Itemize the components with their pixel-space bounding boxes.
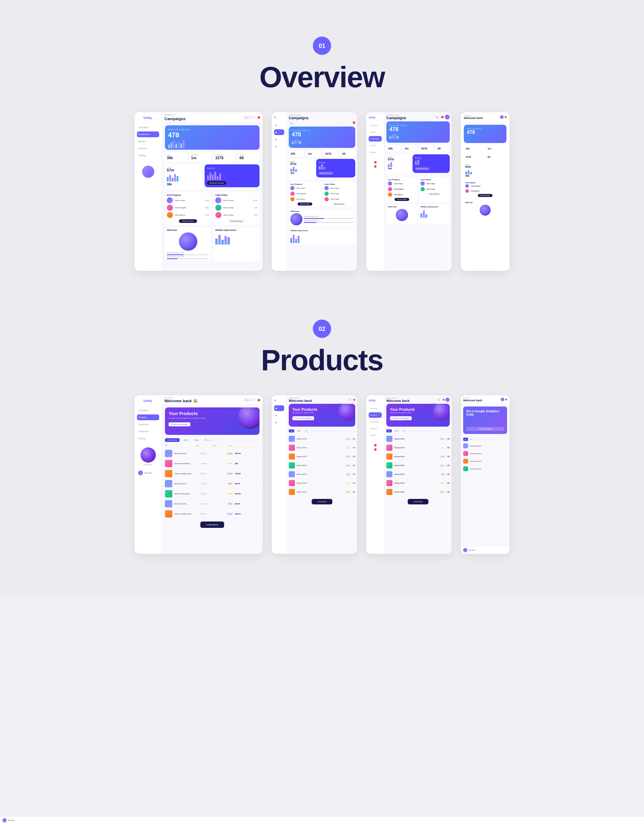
withdraw-btn-1[interactable]: Withdraw Earning bbox=[207, 181, 226, 185]
stat-1m-m: 1m bbox=[486, 146, 506, 152]
sidebar-item-4-3[interactable]: Finance bbox=[369, 143, 382, 148]
mobile-discover-btn[interactable]: Discover More bbox=[478, 194, 492, 197]
banner-btn-2[interactable]: Check all settings bbox=[292, 416, 314, 420]
row-status-2: Draw bbox=[227, 462, 233, 465]
overview-screen-1-layout: Unity. Campaigns Dashboards Reports Audi… bbox=[134, 112, 263, 271]
filter-filter-3[interactable]: Filter bbox=[393, 429, 400, 432]
sidebar-item-5-3[interactable]: Settings bbox=[369, 149, 382, 155]
search-p3[interactable]: 🔍 bbox=[437, 398, 442, 402]
sidebar-item-reports-1[interactable]: Reports bbox=[137, 138, 159, 144]
search-placeholder-1: Search bbox=[248, 117, 254, 118]
sale-text-3: Unity Comps bbox=[223, 214, 252, 216]
filter-filter-2[interactable]: Filter bbox=[295, 429, 303, 432]
product-banner-btn-1[interactable]: Check all settings bbox=[169, 422, 190, 426]
discover-btn-2[interactable]: Discover More bbox=[298, 203, 312, 206]
p2-badge-2: Draw bbox=[346, 446, 350, 449]
sidebar-item-2-2[interactable]: ◼ bbox=[274, 129, 284, 135]
discover-more-btn-1[interactable]: Discover More bbox=[179, 219, 197, 223]
p2-thumb-2 bbox=[289, 444, 295, 451]
show-all-btn-2[interactable]: Show All Input bbox=[332, 203, 346, 206]
p3-badge-2: Draw bbox=[440, 446, 445, 449]
sidebar-item-1-2[interactable]: ◼ bbox=[274, 122, 284, 128]
filter-date-btn-1[interactable]: Date bbox=[192, 438, 201, 442]
search-p2[interactable]: 🔍 bbox=[304, 429, 355, 433]
search-box-1[interactable]: 🔍 Search bbox=[243, 115, 256, 120]
p3-row-6: Abstract 3D Kit Yellow $28 bbox=[386, 479, 450, 487]
show-all-btn-3[interactable]: Show All Input bbox=[427, 192, 441, 195]
p3-badge-7: Active bbox=[440, 491, 446, 493]
ps2-item-1[interactable]: ◼ bbox=[274, 412, 284, 418]
mobile-filter-all[interactable]: All bbox=[463, 438, 468, 441]
sale-avatar-1 bbox=[215, 197, 221, 203]
products-search-2[interactable]: 🔍 Search bbox=[203, 438, 260, 442]
goal-progress-1 bbox=[167, 254, 209, 255]
list-av-2-3 bbox=[388, 187, 392, 191]
ps2-item-products[interactable]: ◼ bbox=[274, 405, 284, 411]
withdraw-btn-2[interactable]: Withdraw Earning bbox=[319, 172, 333, 175]
overview-screens-row: Unity. Campaigns Dashboards Reports Audi… bbox=[0, 112, 644, 271]
p3-price-6: $28 bbox=[447, 482, 450, 484]
ps-item-settings[interactable]: Settings bbox=[137, 435, 159, 441]
show-all-btn-1[interactable]: Show All Input bbox=[227, 219, 245, 223]
icon-item-unity-1: Unity Comps 80% bbox=[167, 197, 209, 203]
overview-badge: 01 bbox=[313, 37, 331, 55]
search-3[interactable]: 🔍 bbox=[434, 115, 440, 119]
sidebar-item-4-2[interactable]: ◼ bbox=[274, 143, 284, 149]
list-avatar-2-2 bbox=[290, 192, 295, 196]
products-search-box-2[interactable]: 🔍 bbox=[347, 398, 352, 402]
withdraw-btn-3[interactable]: Withdraw Earning bbox=[415, 167, 429, 170]
sidebar-item-3-2[interactable]: ◼ bbox=[274, 136, 284, 142]
discover-btn-3[interactable]: Discover More bbox=[395, 198, 409, 201]
filter-all-btn-1[interactable]: All Products bbox=[165, 438, 180, 442]
p2-price-1: $65 bbox=[353, 438, 355, 440]
ps-item-downloads[interactable]: Downloads bbox=[137, 421, 159, 427]
notif-p2 bbox=[354, 399, 355, 401]
goal-label-3: 2020 Goal bbox=[388, 206, 416, 208]
filter-filter-btn-1[interactable]: Filter bbox=[181, 438, 190, 442]
ps3-item-4[interactable]: Analytics bbox=[369, 426, 382, 431]
mobile-user-name-p: Tom Tran bbox=[469, 549, 475, 551]
ps-item-campaigns[interactable]: Campaigns bbox=[137, 407, 159, 413]
income-chart-2 bbox=[319, 163, 353, 169]
products-search-1[interactable]: 🔍 Search bbox=[243, 398, 256, 402]
mobile-av-1 bbox=[465, 184, 469, 188]
col-type-1: Type bbox=[196, 444, 211, 446]
filter-all-2[interactable]: All bbox=[289, 429, 294, 432]
ps3-item-5[interactable]: Settings bbox=[369, 432, 382, 438]
row-status-6: Pink bbox=[227, 502, 233, 505]
sidebar-item-dashboards-1[interactable]: Dashboards bbox=[137, 131, 159, 137]
banner-btn-3[interactable]: Check all settings bbox=[390, 416, 412, 420]
search-filter-3[interactable]: 🔍 bbox=[401, 429, 450, 433]
search-box-2[interactable]: 🔍 bbox=[289, 121, 295, 125]
ps3-item-2[interactable]: Products bbox=[369, 412, 382, 418]
p2-price-3: $45 bbox=[353, 456, 355, 457]
ps3-item-3[interactable]: Downloads bbox=[369, 419, 382, 424]
ps-item-products[interactable]: Products bbox=[137, 414, 159, 420]
load-more-3[interactable]: Load More bbox=[408, 499, 429, 504]
ps2-item-2[interactable]: ◼ bbox=[274, 419, 284, 425]
p3-price-3: $45 bbox=[447, 456, 450, 457]
sidebar-item-campaigns-1[interactable]: Campaigns bbox=[137, 125, 159, 130]
p3-thumb-4 bbox=[386, 462, 392, 469]
mobile-users-val: 57m bbox=[465, 165, 505, 168]
load-more-btn-1[interactable]: Load More bbox=[200, 521, 224, 528]
sidebar-item-2-3[interactable]: Reports bbox=[369, 129, 382, 135]
ps-item-dashboard[interactable]: Dashboard bbox=[137, 429, 159, 434]
ps3-item-1[interactable]: Overview bbox=[369, 406, 382, 411]
sidebar-item-3-3[interactable]: Campaigns bbox=[369, 136, 382, 141]
stat-box-1m: Sessions 1m bbox=[189, 152, 211, 162]
load-more-2[interactable]: Load More bbox=[312, 499, 333, 504]
products-main-title-1: Welcome back 🎉 bbox=[164, 398, 198, 403]
row-name-3: Cubab Landing Page bbox=[174, 473, 198, 475]
sidebar-item-settings-1[interactable]: Settings bbox=[137, 152, 159, 158]
analytics-btn[interactable]: Go to Setting bbox=[466, 427, 504, 431]
overview-section: 01 Overview Unity. Campaigns Dashboards … bbox=[0, 18, 644, 271]
pm-name-2: Bento Abstract 3D Kit bbox=[470, 453, 507, 454]
overview-mobile-header: Hi Dash UI Welcome back bbox=[461, 112, 510, 122]
stat-327-3: 327$ bbox=[419, 145, 433, 152]
sidebar-item-1-3[interactable]: Overview bbox=[369, 123, 382, 128]
sidebar-item-audience-1[interactable]: Audience bbox=[137, 146, 159, 151]
mobile-search[interactable]: 🔍 bbox=[469, 438, 507, 441]
filter-all-3[interactable]: All bbox=[386, 429, 392, 432]
sidebar-logo-1: Unity. bbox=[137, 116, 159, 120]
